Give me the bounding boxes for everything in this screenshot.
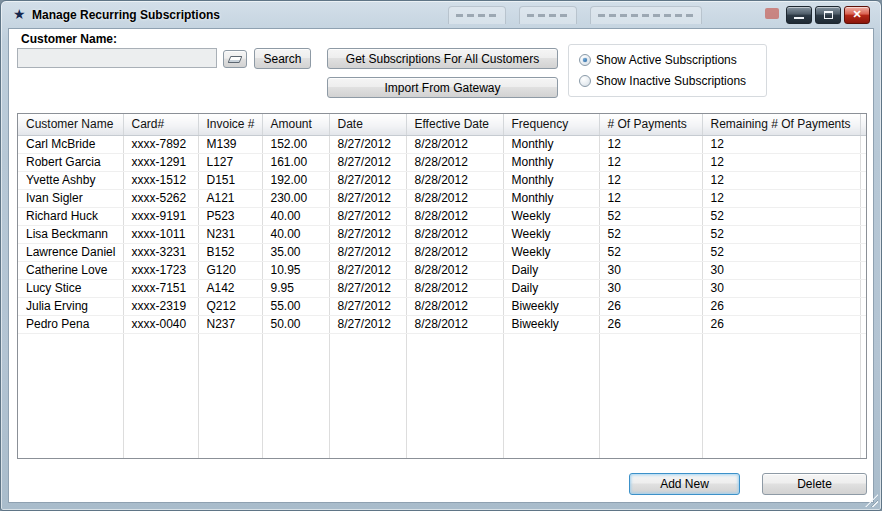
grid-cell[interactable]: 8/28/2012 (406, 135, 503, 153)
grid-cell[interactable]: Weekly (503, 225, 599, 243)
close-button[interactable]: ✕ (844, 6, 870, 24)
grid-cell[interactable]: 40.00 (262, 225, 329, 243)
grid-cell[interactable]: 161.00 (262, 153, 329, 171)
grid-cell[interactable]: 9.95 (262, 279, 329, 297)
grid-cell[interactable]: 8/27/2012 (329, 297, 406, 315)
table-row[interactable]: Carl McBridexxxx-7892M139152.008/27/2012… (18, 135, 866, 153)
grid-cell[interactable]: 52 (599, 207, 702, 225)
table-row[interactable]: Robert Garciaxxxx-1291L127161.008/27/201… (18, 153, 866, 171)
grid-cell[interactable]: N231 (198, 225, 262, 243)
grid-cell[interactable]: 52 (599, 243, 702, 261)
radio-show-active[interactable] (579, 54, 591, 66)
grid-cell[interactable]: 52 (702, 225, 860, 243)
grid-cell[interactable]: 12 (599, 153, 702, 171)
grid-cell[interactable]: P523 (198, 207, 262, 225)
grid-cell[interactable]: A142 (198, 279, 262, 297)
column-header[interactable]: Card# (123, 114, 198, 135)
grid-cell[interactable]: xxxx-9191 (123, 207, 198, 225)
column-header[interactable]: Customer Name (18, 114, 123, 135)
delete-button[interactable]: Delete (762, 473, 867, 495)
grid-cell[interactable]: 55.00 (262, 297, 329, 315)
grid-cell[interactable]: Catherine Love (18, 261, 123, 279)
grid-cell[interactable]: 52 (599, 225, 702, 243)
grid-cell[interactable]: 8/28/2012 (406, 315, 503, 333)
import-from-gateway-button[interactable]: Import From Gateway (327, 77, 558, 98)
grid-cell[interactable]: 26 (599, 315, 702, 333)
column-header[interactable]: Date (329, 114, 406, 135)
grid-cell[interactable]: Ivan Sigler (18, 189, 123, 207)
grid-cell[interactable]: 12 (599, 171, 702, 189)
grid-cell[interactable]: 8/28/2012 (406, 279, 503, 297)
grid-cell[interactable]: Lucy Stice (18, 279, 123, 297)
grid-cell[interactable]: Pedro Pena (18, 315, 123, 333)
grid-cell[interactable]: 8/28/2012 (406, 225, 503, 243)
grid-cell[interactable]: B152 (198, 243, 262, 261)
clear-button[interactable] (223, 50, 247, 68)
grid-cell[interactable]: 26 (702, 315, 860, 333)
grid-cell[interactable]: Monthly (503, 153, 599, 171)
grid-cell[interactable]: 30 (702, 279, 860, 297)
column-header[interactable]: Remaining # Of Payments (702, 114, 860, 135)
grid-cell[interactable]: 30 (599, 261, 702, 279)
grid-cell[interactable]: 8/28/2012 (406, 297, 503, 315)
grid-cell[interactable]: 8/27/2012 (329, 243, 406, 261)
grid-cell[interactable]: 50.00 (262, 315, 329, 333)
grid-cell[interactable]: M139 (198, 135, 262, 153)
grid-cell[interactable]: xxxx-3231 (123, 243, 198, 261)
table-row[interactable]: Yvette Ashbyxxxx-1512D151192.008/27/2012… (18, 171, 866, 189)
grid-cell[interactable]: Biweekly (503, 297, 599, 315)
table-row[interactable]: Lawrence Danielxxxx-3231B15235.008/27/20… (18, 243, 866, 261)
grid-cell[interactable]: Daily (503, 279, 599, 297)
table-row[interactable]: Lucy Sticexxxx-7151A1429.958/27/20128/28… (18, 279, 866, 297)
grid-cell[interactable]: 8/27/2012 (329, 153, 406, 171)
grid-cell[interactable]: xxxx-2319 (123, 297, 198, 315)
grid-cell[interactable]: 26 (599, 297, 702, 315)
grid-cell[interactable]: 40.00 (262, 207, 329, 225)
grid-cell[interactable]: xxxx-5262 (123, 189, 198, 207)
grid-cell[interactable]: Weekly (503, 243, 599, 261)
grid-cell[interactable]: 52 (702, 243, 860, 261)
grid-cell[interactable]: 35.00 (262, 243, 329, 261)
show-active-option[interactable]: Show Active Subscriptions (579, 53, 737, 67)
grid-cell[interactable]: xxxx-7892 (123, 135, 198, 153)
grid-cell[interactable]: 152.00 (262, 135, 329, 153)
grid-cell[interactable]: Monthly (503, 171, 599, 189)
get-all-subscriptions-button[interactable]: Get Subscriptions For All Customers (327, 48, 558, 69)
grid-cell[interactable]: 8/28/2012 (406, 243, 503, 261)
grid-cell[interactable]: 52 (702, 207, 860, 225)
search-button[interactable]: Search (254, 48, 311, 69)
table-row[interactable]: Ivan Siglerxxxx-5262A121230.008/27/20128… (18, 189, 866, 207)
grid-cell[interactable]: 12 (599, 189, 702, 207)
grid-cell[interactable]: 26 (702, 297, 860, 315)
grid-cell[interactable]: Biweekly (503, 315, 599, 333)
column-header[interactable]: Frequency (503, 114, 599, 135)
radio-show-inactive[interactable] (579, 75, 591, 87)
grid-cell[interactable]: 8/27/2012 (329, 225, 406, 243)
grid-cell[interactable]: Monthly (503, 135, 599, 153)
grid-cell[interactable]: xxxx-1011 (123, 225, 198, 243)
grid-cell[interactable]: Lisa Beckmann (18, 225, 123, 243)
grid-cell[interactable]: A121 (198, 189, 262, 207)
grid-cell[interactable]: 12 (599, 135, 702, 153)
grid-cell[interactable]: 12 (702, 153, 860, 171)
grid-cell[interactable]: 8/27/2012 (329, 207, 406, 225)
grid-cell[interactable]: xxxx-1291 (123, 153, 198, 171)
customer-name-input[interactable] (17, 48, 217, 68)
grid-cell[interactable]: N237 (198, 315, 262, 333)
grid-cell[interactable]: xxxx-1723 (123, 261, 198, 279)
column-header[interactable]: Invoice # (198, 114, 262, 135)
add-new-button[interactable]: Add New (629, 473, 740, 495)
grid-cell[interactable]: Yvette Ashby (18, 171, 123, 189)
table-row[interactable]: Catherine Lovexxxx-1723G12010.958/27/201… (18, 261, 866, 279)
grid-cell[interactable]: L127 (198, 153, 262, 171)
subscriptions-grid[interactable]: Customer NameCard#Invoice #AmountDateEff… (17, 113, 867, 459)
grid-cell[interactable]: 8/28/2012 (406, 171, 503, 189)
maximize-button[interactable] (815, 6, 841, 24)
grid-cell[interactable]: 192.00 (262, 171, 329, 189)
grid-cell[interactable]: 230.00 (262, 189, 329, 207)
grid-cell[interactable]: 8/28/2012 (406, 207, 503, 225)
grid-cell[interactable]: 8/28/2012 (406, 261, 503, 279)
column-header[interactable]: # Of Payments (599, 114, 702, 135)
grid-cell[interactable]: 12 (702, 171, 860, 189)
grid-cell[interactable]: Lawrence Daniel (18, 243, 123, 261)
